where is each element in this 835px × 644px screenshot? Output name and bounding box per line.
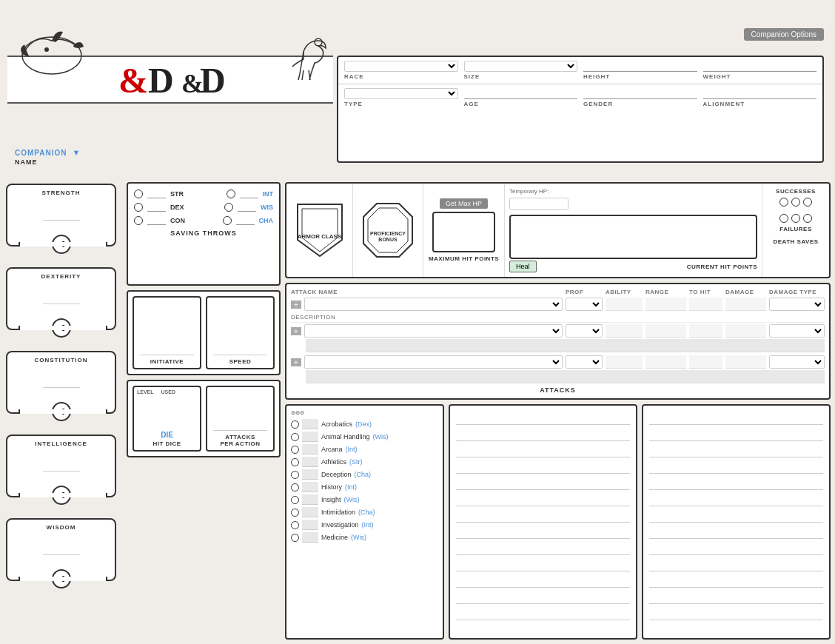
companion-dropdown[interactable]: ▼ [73,148,81,157]
damage-type-select-3[interactable] [769,355,825,369]
deception-circle[interactable] [291,471,299,479]
investigation-circle[interactable] [291,521,299,529]
failure-circle-1[interactable] [779,214,788,223]
age-input[interactable] [464,90,578,99]
proficiency-bonus-shape: PROFICIENCY BONUS [361,201,415,260]
attacks-per-action-input[interactable] [213,413,267,431]
get-max-hp-button[interactable]: Get Max HP [440,198,488,209]
temp-hp-input[interactable] [509,198,569,210]
medicine-input[interactable] [302,532,318,543]
heal-button[interactable]: Heal [509,261,537,272]
prof-select-1[interactable] [566,298,603,311]
success-circle-2[interactable] [791,198,800,207]
range-input-3[interactable] [645,355,686,369]
wisdom-input[interactable] [43,534,80,555]
attack-name-select-3[interactable] [304,355,563,369]
deception-row: Deception (Cha) [291,469,438,480]
con-save-input[interactable] [147,216,166,225]
arcana-input[interactable] [302,444,318,455]
success-circle-1[interactable] [779,198,788,207]
add-attack-btn-1[interactable]: + [291,301,301,309]
desc-input-2[interactable] [306,339,825,352]
animal-handling-input[interactable] [302,432,318,442]
armor-class-cell: ARMOR CLASS [286,184,353,277]
initiative-section: INITIATIVE [133,296,201,369]
intelligence-box: INTELLIGENCE +0 [6,435,116,497]
to-hit-header: TO HIT [689,289,722,295]
race-select[interactable] [344,61,458,72]
damage-input-1[interactable] [725,298,766,311]
prof-select-3[interactable] [566,355,603,369]
investigation-input[interactable] [302,520,318,530]
constitution-input[interactable] [43,366,80,388]
to-hit-input-2[interactable] [689,324,722,338]
armor-class-input[interactable] [309,221,331,234]
ability-input-1[interactable] [606,298,643,311]
alignment-input[interactable] [703,90,817,99]
companion-options-button[interactable]: Companion Options [744,28,824,41]
arcana-circle[interactable] [291,446,299,454]
intimidation-circle[interactable] [291,509,299,517]
gender-input[interactable] [583,90,697,99]
failure-circle-3[interactable] [803,214,812,223]
intelligence-input[interactable] [43,450,80,472]
strength-input[interactable] [43,199,80,221]
height-input[interactable] [583,62,697,72]
int-save-input[interactable] [240,189,258,198]
damage-input-2[interactable] [725,324,766,338]
acrobatics-input[interactable] [302,419,318,429]
medicine-circle[interactable] [291,534,299,542]
wis-save-input[interactable] [238,203,256,212]
range-input-1[interactable] [645,298,686,311]
desc-input-3[interactable] [306,370,825,383]
success-circle-3[interactable] [803,198,812,207]
acrobatics-circle[interactable] [291,420,299,429]
prof-select-2[interactable] [566,324,603,338]
main-content: STRENGTH +0 DEXTERITY +0 CONSTITUTION +0… [0,178,835,644]
history-circle[interactable] [291,483,299,492]
dex-save-input[interactable] [147,203,166,212]
damage-input-3[interactable] [725,355,766,369]
ability-input-3[interactable] [606,355,643,369]
deception-input[interactable] [302,469,318,480]
to-hit-input-1[interactable] [689,298,722,311]
successes-row [779,198,812,207]
proficiency-bonus-input[interactable] [377,218,399,231]
speed-input[interactable] [213,338,267,355]
initiative-input[interactable] [140,338,194,355]
damage-type-select-2[interactable] [769,324,825,338]
medicine-row: Medicine (Wis) [291,532,438,543]
damage-type-select-1[interactable] [769,298,825,311]
intimidation-input[interactable] [302,507,318,517]
add-attack-btn-2[interactable]: + [291,327,301,335]
insight-circle[interactable] [291,496,299,504]
notes-textarea-1[interactable] [456,409,630,635]
max-hp-input[interactable] [434,213,494,251]
athletics-circle[interactable] [291,458,299,466]
str-save-input[interactable] [147,189,166,198]
insight-row: Insight (Wis) [291,494,438,505]
current-hp-input[interactable] [511,216,756,258]
add-attack-btn-3[interactable]: + [291,358,301,366]
dexterity-input[interactable] [43,283,80,304]
notes-box-2 [642,404,831,640]
athletics-input[interactable] [302,457,318,467]
failure-circle-2[interactable] [791,214,800,223]
size-select[interactable] [464,61,578,72]
ability-scores-column: STRENGTH +0 DEXTERITY +0 CONSTITUTION +0… [0,178,122,644]
to-hit-input-3[interactable] [689,355,722,369]
history-input[interactable] [302,482,318,492]
ability-input-2[interactable] [606,324,643,338]
notes-textarea-2[interactable] [649,409,823,635]
weight-input[interactable] [703,62,817,72]
attack-name-select-1[interactable] [304,298,563,311]
attack-name-select-2[interactable] [304,324,563,338]
svg-text:&: & [118,61,148,100]
type-select[interactable] [344,88,458,99]
alignment-label: ALIGNMENT [703,101,817,107]
insight-input[interactable] [302,494,318,505]
svg-text:D: D [148,61,174,100]
animal-handling-circle[interactable] [291,433,299,441]
range-input-2[interactable] [645,324,686,338]
cha-save-input[interactable] [236,216,255,225]
